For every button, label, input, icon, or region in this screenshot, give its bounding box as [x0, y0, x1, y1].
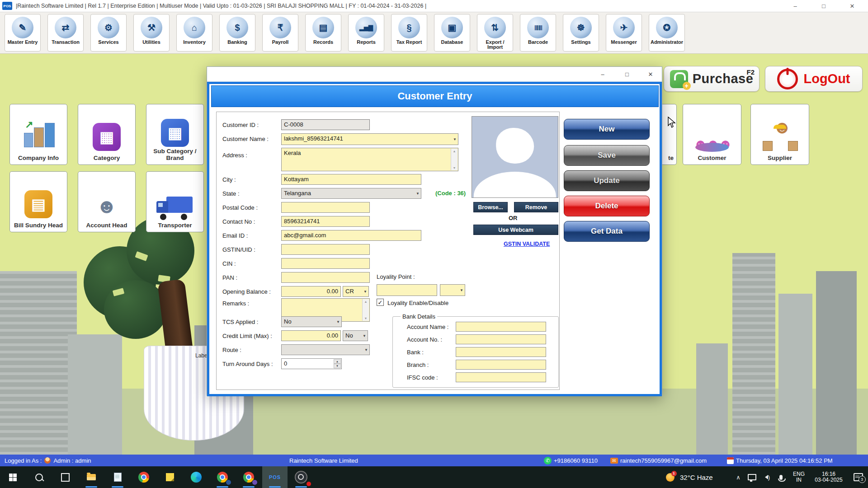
tray-weather-icon[interactable]: 1 [660, 466, 680, 488]
gstin-field[interactable] [281, 244, 370, 255]
taskbar-pos-app-active[interactable]: POS [262, 466, 288, 488]
scroll-down-icon: ▼ [453, 166, 456, 169]
dialog-maximize-button[interactable]: □ [620, 68, 634, 80]
update-button[interactable]: Update [564, 170, 650, 191]
route-dropdown[interactable]: ▼ [281, 344, 370, 355]
toolbar-services[interactable]: ⚙Services [90, 14, 127, 52]
purchase-button[interactable]: + Purchase F2 [664, 66, 760, 92]
tray-network[interactable] [744, 466, 760, 488]
app-minimize-button[interactable]: – [785, 0, 806, 12]
toolbar-export-import[interactable]: ⇅Export / Import [477, 14, 513, 52]
toolbar-utilities[interactable]: ⚒Utilities [133, 14, 170, 52]
toolbar-administrator[interactable]: ✪Administrator [649, 14, 685, 52]
taskbar-notepad[interactable] [105, 466, 130, 488]
loyalty-point-dropdown[interactable]: ▼ [440, 284, 465, 296]
tile-supplier[interactable]: ☻ Supplier [750, 104, 809, 165]
address-textarea[interactable]: Kerala▲▼ [281, 148, 458, 171]
toolbar-payroll[interactable]: ₹Payroll [262, 14, 298, 52]
toolbar-master-entry[interactable]: ✎Master Entry [5, 14, 41, 52]
chevron-down-icon[interactable]: ▼ [416, 192, 420, 196]
tile-account-head[interactable]: ☻ Account Head [78, 171, 136, 232]
taskbar-recorder[interactable] [288, 466, 314, 488]
toolbar-settings[interactable]: ☸Settings [563, 14, 599, 52]
toolbar-inventory[interactable]: ⌂Inventory [176, 14, 212, 52]
state-dropdown[interactable]: Telangana▼ [281, 188, 421, 199]
tray-weather-text[interactable]: 32°C Haze [680, 466, 730, 488]
toolbar-tax-report[interactable]: §Tax Report [391, 14, 427, 52]
get-data-button[interactable]: Get Data [564, 221, 650, 242]
loyalty-point-field[interactable] [377, 284, 437, 296]
account-no-field[interactable] [456, 334, 546, 344]
toolbar-database[interactable]: ▣Database [434, 14, 470, 52]
dialog-close-button[interactable]: ✕ [644, 68, 657, 80]
delete-button[interactable]: Delete [564, 196, 650, 216]
taskbar-chrome-profile-2[interactable] [236, 466, 261, 488]
gstin-validate-link[interactable]: GSTIN VALIDATE [504, 241, 550, 247]
tray-microphone[interactable] [774, 466, 788, 488]
app-maximize-button[interactable]: □ [813, 0, 834, 12]
email-field[interactable]: abc@gmail.com [281, 230, 421, 241]
postal-code-field[interactable] [281, 202, 370, 213]
tcs-applied-dropdown[interactable]: No▼ [281, 316, 342, 327]
chevron-down-icon[interactable]: ▼ [364, 348, 368, 352]
tray-show-hidden-icons[interactable]: ∧ [731, 466, 746, 488]
cin-field[interactable] [281, 258, 370, 269]
tile-customer[interactable]: ☻☻☻ Customer [683, 104, 741, 165]
remove-button[interactable]: Remove [514, 202, 558, 212]
taskbar-chrome[interactable] [131, 466, 156, 488]
tile-company-info[interactable]: ↗ Company Info [9, 104, 67, 165]
chevron-down-icon[interactable]: ▼ [336, 320, 340, 324]
turn-around-days-spinner[interactable]: 0▲▼ [281, 358, 342, 369]
taskbar-sticky-notes[interactable] [157, 466, 183, 488]
opening-balance-field[interactable]: 0.00 [281, 286, 341, 297]
dialog-minimize-button[interactable]: – [596, 68, 609, 80]
pos-app-icon: POS [269, 474, 281, 480]
taskbar-chrome-profile-1[interactable] [210, 466, 235, 488]
tile-sub-category-brand[interactable]: ▦ Sub Category / Brand [146, 104, 204, 165]
pan-field[interactable] [281, 272, 370, 283]
taskbar-edge[interactable] [184, 466, 209, 488]
toolbar-messenger[interactable]: ✈Messenger [606, 14, 642, 52]
chevron-down-icon[interactable]: ▼ [363, 334, 366, 338]
tray-notifications[interactable]: 3 [848, 466, 868, 488]
tile-category[interactable]: ▦ Category [78, 104, 136, 165]
chevron-down-icon[interactable]: ▼ [460, 288, 463, 292]
tray-clock[interactable]: 16:1603-04-2025 [809, 466, 848, 488]
scrollbar[interactable]: ▲▼ [362, 299, 369, 321]
save-button[interactable]: Save [564, 145, 650, 166]
account-name-field[interactable] [456, 322, 546, 332]
scrollbar[interactable]: ▲▼ [451, 149, 458, 170]
chevron-down-icon[interactable]: ▼ [363, 290, 367, 294]
new-button[interactable]: New [564, 119, 650, 140]
use-webcam-button[interactable]: Use Webcam [473, 225, 558, 235]
tile-bill-sundry-head[interactable]: ▤ Bill Sundry Head [9, 171, 67, 232]
loyalty-enable-checkbox[interactable]: ✓ [377, 299, 384, 306]
taskbar-search[interactable] [26, 466, 52, 488]
branch-field[interactable] [456, 360, 546, 370]
browse-button[interactable]: Browse... [473, 202, 508, 212]
ifsc-code-field[interactable] [456, 372, 546, 382]
bank-field[interactable] [456, 347, 546, 357]
toolbar-barcode[interactable]: ‖‖‖Barcode [520, 14, 556, 52]
start-button[interactable] [0, 466, 25, 488]
app-close-button[interactable]: ✕ [842, 0, 863, 12]
task-view-button[interactable] [52, 466, 78, 488]
tile-transporter[interactable]: Transporter [146, 171, 204, 232]
chevron-down-icon[interactable]: ▼ [453, 137, 457, 141]
toolbar-banking[interactable]: $Banking [219, 14, 255, 52]
toolbar-transaction[interactable]: ⇄Transaction [47, 14, 84, 52]
credit-limit-field[interactable]: 0.00 [281, 330, 341, 341]
contact-no-field[interactable]: 85963214741 [281, 216, 370, 227]
customer-name-combobox[interactable]: lakshmi_85963214741▼ [281, 133, 458, 145]
taskbar-file-explorer[interactable] [79, 466, 104, 488]
city-field[interactable]: Kottayam [281, 174, 421, 185]
logout-button[interactable]: LogOut [765, 66, 863, 92]
credit-limit-flag-dropdown[interactable]: No▼ [343, 330, 368, 341]
tray-language[interactable]: ENGIN [788, 466, 809, 488]
spinner-buttons[interactable]: ▲▼ [334, 359, 341, 368]
toolbar-records[interactable]: ▤Records [305, 14, 341, 52]
toolbar-reports[interactable]: ▂▅▇Reports [348, 14, 384, 52]
cr-dr-dropdown[interactable]: CR▼ [343, 286, 369, 297]
tray-volume[interactable]: ) [759, 466, 774, 488]
customer-id-field[interactable]: C-0008 [281, 119, 370, 130]
